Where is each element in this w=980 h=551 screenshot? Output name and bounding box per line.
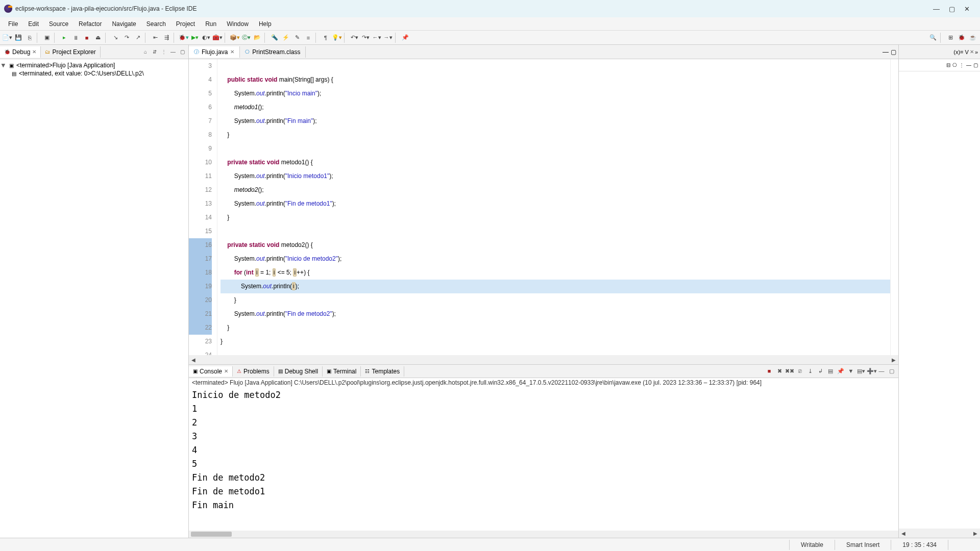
open-type-icon[interactable]: 📂 [252, 33, 262, 43]
new-icon[interactable]: 📄▾ [2, 33, 12, 43]
minimize-icon[interactable]: — [169, 49, 177, 55]
disconnect-icon[interactable]: ⏏ [93, 33, 103, 43]
minimize-icon[interactable]: — [883, 48, 889, 56]
code-editor[interactable]: 3456789101112131415161718192021222324 pu… [189, 59, 898, 355]
menu-help[interactable]: Help [254, 19, 277, 29]
perspective-switcher-icon[interactable]: ⊞ [945, 33, 955, 43]
maximize-icon[interactable]: ▢ [973, 62, 978, 68]
tab-debug[interactable]: 🐞 Debug ✕ [0, 46, 41, 58]
run-icon[interactable]: ▶▾ [190, 33, 200, 43]
fwd-icon[interactable]: →▾ [383, 33, 393, 43]
open-console-icon[interactable]: ▤▾ [856, 368, 866, 374]
toggle-mark-icon[interactable]: ✎ [292, 33, 302, 43]
pin-console-icon[interactable]: 📌 [836, 368, 845, 374]
save-icon[interactable]: 💾 [13, 33, 23, 43]
pin-icon[interactable]: 📌 [400, 33, 410, 43]
tab-debug-shell[interactable]: ▤ Debug Shell [274, 366, 323, 377]
resume-icon[interactable]: ▸ [59, 33, 69, 43]
code-line[interactable]: System.out.println("Inicio metodo1"); [220, 169, 890, 183]
close-icon[interactable]: ✕ [32, 49, 36, 55]
console-hscroll[interactable] [189, 531, 898, 538]
menu-source[interactable]: Source [44, 19, 74, 29]
next-ann-icon[interactable]: ↷▾ [360, 33, 371, 43]
tab-problems[interactable]: ⚠ Problems [233, 366, 274, 377]
code-line[interactable]: private static void metodo1() { [220, 156, 890, 169]
scroll-left-icon[interactable]: ◀ [899, 531, 908, 536]
type-icon[interactable]: ⎔ [952, 62, 957, 68]
console-output[interactable]: Inicio de metodo2 1 2 3 4 5 Fin de metod… [189, 387, 898, 531]
view-menu-icon[interactable]: ⋮ [959, 62, 964, 68]
maximize-icon[interactable]: ▢ [891, 48, 896, 56]
menu-edit[interactable]: Edit [23, 19, 44, 29]
tab-console[interactable]: ▣ Console ✕ [189, 366, 233, 377]
coverage-icon[interactable]: ◐▾ [201, 33, 211, 43]
step-return-icon[interactable]: ↗ [133, 33, 143, 43]
back-icon[interactable]: ←▾ [372, 33, 382, 43]
variables-tab[interactable]: (x)= V [953, 49, 969, 55]
right-hscroll[interactable]: ◀ ▶ [899, 529, 980, 538]
menu-search[interactable]: Search [141, 19, 171, 29]
scroll-thumb[interactable] [191, 532, 232, 537]
suspend-icon[interactable]: ⏸ [70, 33, 81, 43]
code-line[interactable]: } [220, 293, 890, 307]
search-icon[interactable]: 🔦 [270, 33, 280, 43]
java-perspective-icon[interactable]: ☕ [968, 33, 978, 43]
maximize-icon[interactable]: ▢ [178, 49, 186, 55]
quick-access-icon[interactable]: 🔍 [928, 33, 938, 43]
code-line[interactable]: System.out.println("Inicio de metodo2"); [220, 252, 890, 266]
collapse-all-icon[interactable]: ⊟ [946, 62, 950, 68]
debug-perspective-icon[interactable]: 🐞 [957, 33, 967, 43]
clear-icon[interactable]: ⎚ [795, 368, 804, 374]
home-icon[interactable]: ⌂ [141, 49, 150, 55]
close-button[interactable]: ✕ [964, 5, 970, 13]
new-class-icon[interactable]: Ⓒ▾ [241, 33, 251, 43]
drop-frame-icon[interactable]: ⇤ [150, 33, 160, 43]
tree-child-row[interactable]: ▤ <terminated, exit value: 0>C:\Users\DE… [1, 69, 187, 78]
step-over-icon[interactable]: ↷ [121, 33, 132, 43]
close-icon[interactable]: ✕ [230, 49, 234, 55]
scroll-left-icon[interactable]: ◀ [189, 357, 198, 363]
scroll-right-icon[interactable]: ▶ [971, 531, 980, 536]
code-line[interactable]: } [220, 128, 890, 142]
skip-bp-icon[interactable]: ¶ [321, 33, 331, 43]
new-console-icon[interactable]: ➕▾ [867, 368, 876, 374]
minimize-icon[interactable]: — [877, 368, 886, 374]
remove-all-icon[interactable]: ✖✖ [785, 368, 794, 374]
code-line[interactable] [220, 348, 890, 355]
show-console-icon[interactable]: ▤ [826, 368, 835, 374]
filter-icon[interactable]: ⇶ [161, 33, 172, 43]
code-line[interactable]: System.out.println("Incio main"); [220, 87, 890, 101]
code-line[interactable]: System.out.println("Fin main"); [220, 114, 890, 128]
code-line[interactable]: System.out.println(i); [220, 280, 890, 293]
code-line[interactable]: for (int i = 1; i <= 5; i++) { [220, 266, 890, 280]
minimize-button[interactable]: — [933, 5, 940, 13]
close-icon[interactable]: ✕ [224, 368, 228, 374]
maximize-icon[interactable]: ▢ [887, 368, 896, 374]
remove-launch-icon[interactable]: ✖ [775, 368, 784, 374]
scroll-lock-icon[interactable]: ⤓ [805, 368, 815, 374]
close-icon[interactable]: ✕ [970, 49, 974, 55]
tab-templates[interactable]: ☷ Templates [361, 366, 404, 377]
display-sel-icon[interactable]: ▼ [846, 368, 855, 374]
bp-icon[interactable]: 💡▾ [332, 33, 342, 43]
menu-project[interactable]: Project [171, 19, 200, 29]
tab-terminal[interactable]: ▣ Terminal [323, 366, 361, 377]
debug-icon[interactable]: 🐞▾ [179, 33, 189, 43]
step-into-icon[interactable]: ↘ [110, 33, 120, 43]
code-line[interactable]: private static void metodo2() { [220, 238, 890, 252]
prev-ann-icon[interactable]: ↶▾ [349, 33, 359, 43]
code-line[interactable]: System.out.println("Fin de metodo1"); [220, 197, 890, 211]
terminate-icon[interactable]: ■ [82, 33, 92, 43]
code-line[interactable]: metodo2(); [220, 183, 890, 197]
menu-file[interactable]: File [3, 19, 23, 29]
code-line[interactable] [220, 224, 890, 238]
editor-tab-inactive[interactable]: ⎔ PrintStream.class [240, 46, 306, 58]
tree-root-row[interactable]: ⯆ ▣ <terminated>Flujo [Java Application] [1, 61, 187, 69]
minimize-icon[interactable]: — [966, 62, 971, 68]
scroll-right-icon[interactable]: ▶ [889, 357, 898, 363]
ext-tools-icon[interactable]: 🧰▾ [212, 33, 223, 43]
new-package-icon[interactable]: 📦▾ [230, 33, 240, 43]
menu-navigate[interactable]: Navigate [107, 19, 141, 29]
tree-icon[interactable]: ⇵ [151, 49, 159, 55]
collapse-icon[interactable]: ⯆ [1, 63, 6, 68]
